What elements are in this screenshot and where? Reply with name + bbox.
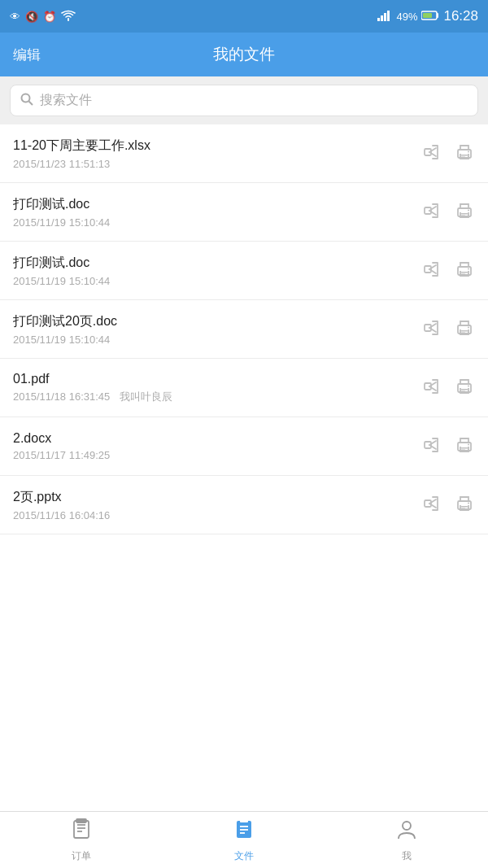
file-info: 2.docx2015/11/17 11:49:25 [13, 431, 421, 461]
svg-rect-10 [461, 155, 468, 156]
svg-rect-36 [461, 449, 465, 451]
svg-rect-3 [387, 11, 390, 21]
file-meta: 2015/11/19 15:10:44 [13, 216, 421, 229]
file-actions [421, 200, 475, 225]
svg-point-42 [468, 502, 469, 504]
file-meta: 2015/11/19 15:10:44 [13, 334, 421, 346]
print-button[interactable] [454, 434, 475, 459]
print-button[interactable] [454, 376, 475, 400]
svg-point-53 [403, 822, 411, 830]
svg-point-17 [468, 209, 469, 211]
nav-item-me[interactable]: 我 [325, 818, 488, 863]
files-icon [233, 818, 255, 846]
share-button[interactable] [421, 376, 442, 400]
nav-item-orders[interactable]: 订单 [0, 818, 163, 863]
me-icon [395, 818, 418, 846]
print-button[interactable] [454, 493, 475, 517]
search-placeholder-text: 搜索文件 [40, 92, 92, 109]
file-list: 11-20下周主要工作.xlsx2015/11/23 11:51:13 打印测试… [0, 124, 488, 811]
svg-line-7 [29, 101, 33, 105]
file-info: 2页.pptx2015/11/16 16:04:16 [13, 489, 421, 521]
svg-rect-11 [461, 156, 465, 158]
file-item: 打印测试.doc2015/11/19 15:10:44 [0, 242, 488, 300]
svg-point-37 [468, 443, 469, 445]
file-item: 2页.pptx2015/11/16 16:04:16 [0, 476, 488, 534]
file-meta: 2015/11/17 11:49:25 [13, 449, 421, 461]
svg-rect-35 [461, 447, 468, 449]
file-meta: 2015/11/19 15:10:44 [13, 275, 421, 287]
search-container: 搜索文件 [0, 76, 488, 124]
print-button[interactable] [454, 142, 475, 166]
share-button[interactable] [421, 259, 442, 283]
file-owner: 我叫叶良辰 [120, 390, 172, 404]
battery-label: 49% [396, 11, 417, 23]
file-name: 11-20下周主要工作.xlsx [13, 137, 421, 155]
page-title: 我的文件 [129, 44, 359, 65]
svg-point-12 [468, 150, 469, 152]
svg-rect-20 [461, 272, 468, 273]
file-name: 01.pdf [13, 372, 421, 386]
file-actions [421, 493, 475, 517]
svg-rect-40 [461, 506, 468, 508]
file-date: 2015/11/19 15:10:44 [13, 275, 110, 287]
file-actions [421, 259, 475, 283]
print-button[interactable] [454, 259, 475, 283]
svg-point-6 [22, 94, 30, 102]
status-left-icons: 👁 🔇 ⏰ [10, 10, 76, 24]
share-button[interactable] [421, 434, 442, 459]
file-actions [421, 434, 475, 459]
file-date: 2015/11/23 11:51:13 [13, 158, 110, 170]
svg-rect-30 [461, 389, 468, 390]
svg-rect-47 [76, 819, 86, 822]
file-item: 01.pdf2015/11/18 16:31:45我叫叶良辰 [0, 359, 488, 417]
signal-icon [377, 10, 392, 24]
file-actions [421, 317, 475, 342]
file-meta: 2015/11/23 11:51:13 [13, 158, 421, 170]
file-meta: 2015/11/18 16:31:45我叫叶良辰 [13, 390, 421, 404]
file-info: 打印测试.doc2015/11/19 15:10:44 [13, 196, 421, 229]
file-name: 2.docx [13, 431, 421, 446]
file-actions [421, 376, 475, 400]
file-name: 打印测试20页.doc [13, 313, 421, 330]
svg-rect-52 [240, 819, 248, 822]
edit-button[interactable]: 编辑 [13, 46, 129, 64]
nav-label-me: 我 [402, 849, 412, 863]
status-time: 16:28 [443, 8, 478, 24]
print-button[interactable] [454, 317, 475, 342]
print-button[interactable] [454, 200, 475, 225]
nav-label-orders: 订单 [72, 849, 91, 863]
mute-icon: 🔇 [25, 11, 38, 23]
nav-label-files: 文件 [234, 849, 254, 863]
file-date: 2015/11/19 15:10:44 [13, 334, 110, 346]
toolbar: 编辑 我的文件 [0, 33, 488, 76]
svg-rect-31 [461, 390, 465, 392]
svg-rect-1 [381, 15, 383, 21]
svg-rect-21 [461, 273, 465, 275]
nav-item-files[interactable]: 文件 [163, 818, 325, 863]
svg-rect-41 [461, 508, 465, 509]
wifi-icon [61, 10, 76, 24]
battery-icon [421, 11, 439, 23]
share-button[interactable] [421, 317, 442, 342]
share-button[interactable] [421, 142, 442, 166]
file-date: 2015/11/19 15:10:44 [13, 216, 110, 229]
file-name: 打印测试.doc [13, 196, 421, 213]
eye-icon: 👁 [10, 11, 20, 23]
file-date: 2015/11/18 16:31:45 [13, 390, 110, 403]
share-button[interactable] [421, 493, 442, 517]
file-item: 2.docx2015/11/17 11:49:25 [0, 417, 488, 476]
file-date: 2015/11/17 11:49:25 [13, 449, 110, 461]
search-box[interactable]: 搜索文件 [10, 85, 478, 116]
svg-rect-16 [461, 215, 465, 216]
file-item: 打印测试20页.doc2015/11/19 15:10:44 [0, 300, 488, 359]
share-button[interactable] [421, 200, 442, 225]
file-info: 11-20下周主要工作.xlsx2015/11/23 11:51:13 [13, 137, 421, 170]
orders-icon [70, 818, 93, 846]
svg-point-27 [468, 326, 469, 328]
file-info: 打印测试20页.doc2015/11/19 15:10:44 [13, 313, 421, 346]
file-actions [421, 142, 475, 166]
file-info: 打印测试.doc2015/11/19 15:10:44 [13, 255, 421, 287]
file-item: 11-20下周主要工作.xlsx2015/11/23 11:51:13 [0, 124, 488, 183]
status-right-icons: 49% 16:28 [377, 8, 478, 24]
alarm-icon: ⏰ [43, 11, 56, 23]
